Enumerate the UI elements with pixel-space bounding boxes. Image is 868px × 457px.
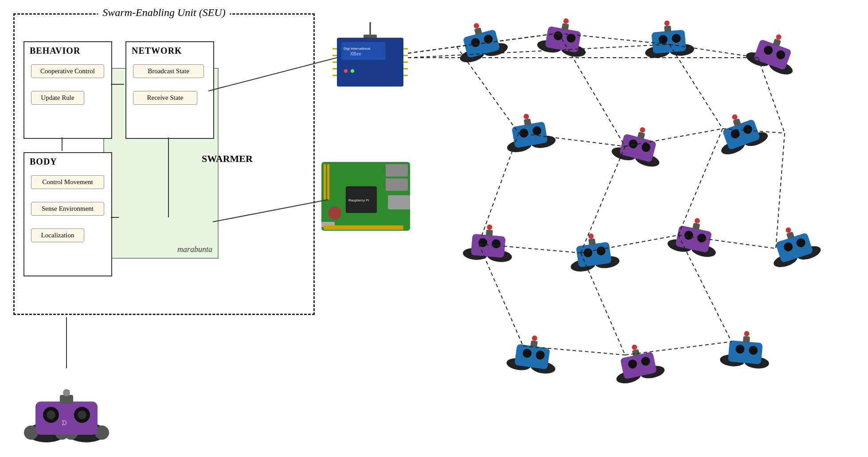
seu-container: Swarm-Enabling Unit (SEU) SWARMER marabu… [13,13,315,315]
swarm-area [430,9,856,448]
main-container: Swarm-Enabling Unit (SEU) SWARMER marabu… [9,9,859,448]
swarm-robot-14 [719,322,773,370]
body-box: BODY Control Movement Sense Environment … [23,152,112,276]
network-title: NETWORK [132,46,182,56]
svg-point-72 [78,410,86,419]
svg-rect-130 [486,229,493,236]
svg-rect-53 [386,178,408,191]
swarm-robot-3 [641,11,696,60]
svg-point-131 [487,225,493,230]
svg-rect-52 [386,164,408,177]
update-rule-item: Update Rule [31,91,84,105]
behavior-box: BEHAVIOR Cooperative Control Update Rule [23,41,112,139]
svg-rect-58 [327,164,329,200]
svg-text:Digi International: Digi International [344,47,370,51]
swarm-robot-10 [665,206,724,260]
svg-text:Raspberry Pi: Raspberry Pi [348,198,369,202]
sense-environment-item: Sense Environment [31,202,104,216]
svg-point-159 [532,335,538,341]
svg-rect-169 [728,340,763,364]
svg-rect-137 [588,238,596,245]
swarm-robot-4 [743,19,806,78]
svg-rect-95 [664,25,671,32]
swarm-robot-9 [565,223,622,274]
behavior-title: BEHAVIOR [30,46,80,56]
swarm-robot-11 [761,213,823,271]
svg-point-49 [344,69,348,73]
swarmer-label: SWARMER [202,153,253,165]
seu-title: Swarm-Enabling Unit (SEU) [98,7,230,19]
cooperative-control-item: Cooperative Control [31,64,104,78]
network-box: NETWORK Broadcast State Receive State [125,41,214,139]
swarm-robot-5 [500,102,558,155]
swarm-robot-8 [461,215,516,264]
svg-point-71 [47,410,55,419]
receive-state-item: Receive State [133,91,197,105]
swarm-robot-12 [505,325,562,376]
swarm-robot-6 [609,114,670,170]
swarm-robot-7 [708,99,770,158]
svg-point-166 [631,344,637,351]
svg-point-145 [694,217,700,224]
svg-rect-36 [341,42,386,60]
svg-point-59 [328,206,341,220]
xbee-module: Digi International XBee [332,22,408,93]
svg-text:ᗤ: ᗤ [62,419,67,426]
svg-rect-99 [753,39,792,71]
svg-rect-61 [324,225,403,230]
svg-point-110 [523,114,529,120]
svg-rect-109 [524,118,531,126]
svg-rect-127 [471,234,506,258]
broadcast-state-item: Broadcast State [133,64,204,78]
localization-item: Localization [31,228,84,242]
svg-rect-172 [743,336,750,343]
svg-rect-57 [324,164,326,200]
svg-rect-158 [530,340,538,347]
svg-point-173 [744,331,750,337]
marabunta-label: marabunta [177,245,212,254]
svg-rect-54 [388,195,410,209]
body-title: BODY [30,157,57,167]
svg-point-50 [351,69,354,73]
raspberry-pi: Raspberry Pi [319,160,412,233]
svg-point-96 [664,20,670,26]
swarm-robot-13 [608,332,667,386]
main-robot: ᗤ [22,359,111,446]
svg-text:XBee: XBee [350,51,361,56]
svg-point-74 [63,389,70,396]
swarm-robot-1 [450,10,510,66]
svg-point-138 [588,233,594,240]
svg-rect-88 [562,23,569,30]
svg-rect-120 [722,119,761,150]
svg-rect-34 [364,35,377,38]
svg-rect-92 [651,30,686,54]
svg-point-89 [563,18,569,24]
swarm-robot-2 [535,7,593,59]
control-movement-item: Control Movement [31,175,104,189]
